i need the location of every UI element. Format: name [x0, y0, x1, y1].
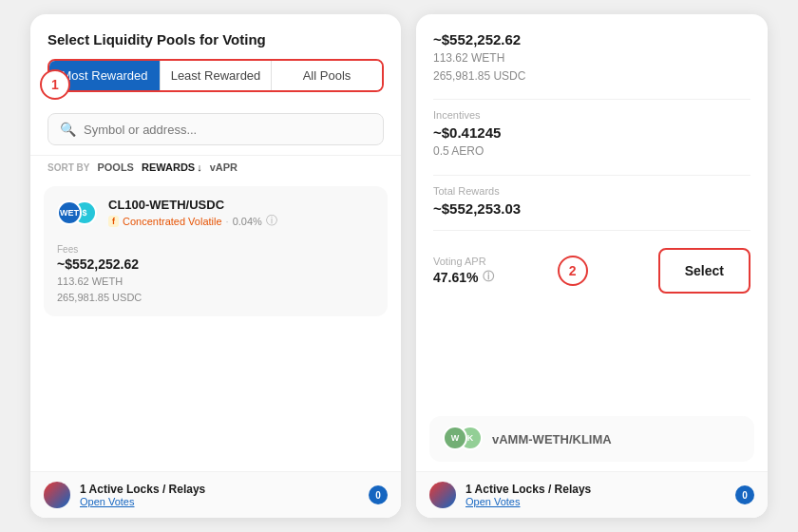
divider-2 [433, 175, 750, 176]
left-panel: 1 Select Liquidity Pools for Voting Most… [30, 14, 401, 518]
total-rewards-label: Total Rewards [433, 185, 750, 197]
right-fees-sub2: 265,981.85 USDC [433, 67, 750, 86]
voting-apr-value: 47.61% ⓘ [433, 269, 494, 285]
sort-rewards-arrow: ↓ [197, 162, 202, 173]
sort-vapr[interactable]: vAPR [210, 162, 238, 173]
pool-type: f Concentrated Volatile · 0.04% ⓘ [108, 213, 374, 229]
voting-apr-left: Voting APR 47.61% ⓘ [433, 256, 494, 285]
pool-name: CL100-WETH/USDC [108, 198, 374, 212]
aerodrome-icon [44, 482, 70, 508]
fees-sub1: 113.62 WETH [57, 274, 374, 290]
tab-group: Most Rewarded Least Rewarded All Pools [48, 59, 384, 92]
incentives-sub: 0.5 AERO [433, 142, 750, 161]
fees-label: Fees [57, 244, 374, 255]
aerodrome-icon-right [429, 482, 456, 508]
pool-fee: 0.04% [233, 216, 262, 227]
sort-bar: SORT BY POOLS REWARDS ↓ vAPR [30, 155, 401, 179]
bottom-bar-text-right: 1 Active Locks / Relays Open Votes [466, 483, 726, 507]
tab-all-pools[interactable]: All Pools [272, 61, 382, 90]
pool-info-icon: ⓘ [266, 213, 277, 229]
voting-apr-info-icon: ⓘ [483, 269, 494, 285]
fees-value: ~$552,252.62 [57, 256, 374, 272]
panel-title: Select Liquidity Pools for Voting [48, 31, 384, 48]
token-icon-1: WET [57, 200, 82, 225]
pool-header: WET $ CL100-WETH/USDC f Concentrated Vol… [57, 198, 374, 229]
right-content: ~$552,252.62 113.62 WETH 265,981.85 USDC… [416, 14, 768, 407]
right-fees-sub: 113.62 WETH 265,981.85 USDC [433, 49, 750, 86]
active-locks-title-right: 1 Active Locks / Relays [466, 483, 726, 496]
next-pool-preview: W K vAMM-WETH/KLIMA [429, 416, 754, 462]
pool-card[interactable]: WET $ CL100-WETH/USDC f Concentrated Vol… [44, 186, 388, 316]
next-token-1: W [443, 426, 467, 450]
sort-pools[interactable]: POOLS [97, 162, 134, 173]
divider-1 [433, 99, 750, 100]
open-votes-link-left[interactable]: Open Votes [80, 496, 359, 507]
search-bar: 🔍 [48, 113, 384, 145]
right-panel: ~$552,252.62 113.62 WETH 265,981.85 USDC… [416, 14, 768, 518]
pool-type-badge: f [108, 216, 119, 227]
panel-header: Select Liquidity Pools for Voting Most R… [30, 14, 401, 104]
select-button[interactable]: Select [664, 254, 745, 288]
next-pool-name: vAMM-WETH/KLIMA [492, 432, 612, 446]
step-badge-2: 2 [558, 256, 588, 286]
search-icon: 🔍 [60, 122, 76, 137]
right-fees-value: ~$552,252.62 [433, 31, 750, 48]
right-fees-row: ~$552,252.62 113.62 WETH 265,981.85 USDC [433, 31, 750, 86]
search-input[interactable] [84, 123, 371, 137]
fees-sub: 113.62 WETH 265,981.85 USDC [57, 274, 374, 305]
votes-badge-right: 0 [735, 485, 754, 504]
votes-badge-left: 0 [369, 485, 388, 504]
tab-least-rewarded[interactable]: Least Rewarded [161, 61, 272, 90]
incentives-label: Incentives [433, 109, 750, 121]
voting-apr-row: Voting APR 47.61% ⓘ 2 Select [433, 240, 750, 294]
sort-rewards[interactable]: REWARDS ↓ [142, 162, 202, 173]
total-rewards-row: Total Rewards ~$552,253.03 [433, 185, 750, 217]
total-rewards-value: ~$552,253.03 [433, 200, 750, 217]
pool-name-group: CL100-WETH/USDC f Concentrated Volatile … [108, 198, 374, 229]
bottom-bar-text: 1 Active Locks / Relays Open Votes [80, 483, 359, 507]
next-pool-icons: W K [443, 426, 484, 452]
step-badge-1: 1 [40, 69, 70, 100]
incentives-value: ~$0.41245 [433, 124, 750, 141]
bottom-bar-right: 1 Active Locks / Relays Open Votes 0 [416, 471, 768, 518]
open-votes-link-right[interactable]: Open Votes [466, 496, 726, 507]
divider-3 [433, 230, 750, 231]
pool-dot: · [226, 216, 229, 227]
pool-type-label: Concentrated Volatile [123, 216, 222, 227]
incentives-row: Incentives ~$0.41245 0.5 AERO [433, 109, 750, 161]
fee-section: Fees ~$552,252.62 113.62 WETH 265,981.85… [57, 237, 374, 305]
sort-label: SORT BY [48, 162, 89, 173]
select-btn-wrap: Select [658, 248, 750, 294]
active-locks-title: 1 Active Locks / Relays [80, 483, 359, 496]
bottom-bar-left: 1 Active Locks / Relays Open Votes 0 [30, 471, 401, 518]
fees-sub2: 265,981.85 USDC [57, 290, 374, 306]
pool-icons: WET $ [57, 200, 99, 227]
voting-apr-label: Voting APR [433, 256, 494, 267]
right-fees-sub1: 113.62 WETH [433, 49, 750, 67]
